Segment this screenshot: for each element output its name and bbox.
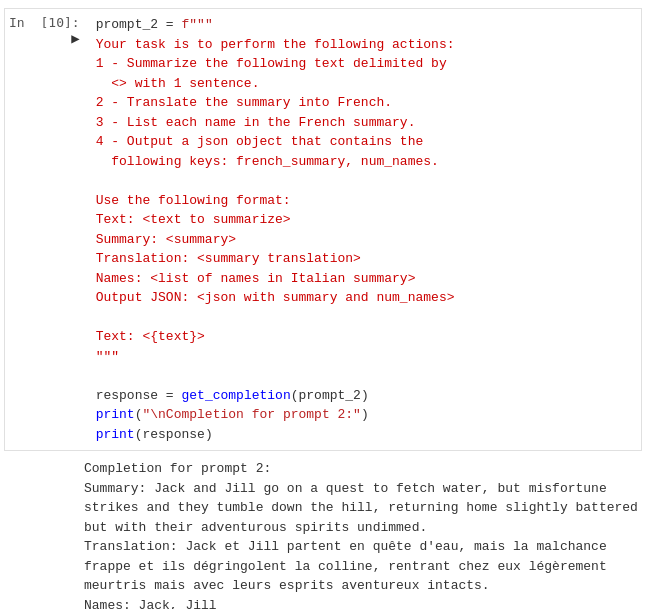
code-line: response = get_completion(prompt_2) bbox=[96, 386, 633, 406]
code-line: 2 - Translate the summary into French. bbox=[96, 93, 633, 113]
code-line: print("\nCompletion for prompt 2:") bbox=[96, 405, 633, 425]
code-line: Use the following format: bbox=[96, 191, 633, 211]
code-line: Translation: <summary translation> bbox=[96, 249, 633, 269]
code-line: 3 - List each name in the French summary… bbox=[96, 113, 633, 133]
code-line: 1 - Summarize the following text delimit… bbox=[96, 54, 633, 74]
run-button[interactable]: ▶ bbox=[71, 30, 79, 46]
code-line bbox=[96, 308, 633, 328]
code-line: Text: <{text}> bbox=[96, 327, 633, 347]
code-line: Your task is to perform the following ac… bbox=[96, 35, 633, 55]
cell-output: Completion for prompt 2: Summary: Jack a… bbox=[84, 459, 642, 609]
code-line: """ bbox=[96, 347, 633, 367]
code-line: Names: <list of names in Italian summary… bbox=[96, 269, 633, 289]
cell-gutter: In [10]: ▶ bbox=[5, 9, 88, 450]
code-line: Output JSON: <json with summary and num_… bbox=[96, 288, 633, 308]
cell-label: In [10]: bbox=[9, 15, 80, 30]
input-number: [10]: bbox=[40, 15, 79, 30]
code-line: print(response) bbox=[96, 425, 633, 445]
cell-code-area: prompt_2 = f""" Your task is to perform … bbox=[88, 9, 641, 450]
code-line: <> with 1 sentence. bbox=[96, 74, 633, 94]
input-label: In bbox=[9, 15, 25, 30]
code-line: Summary: <summary> bbox=[96, 230, 633, 250]
code-line: Text: <text to summarize> bbox=[96, 210, 633, 230]
code-line: 4 - Output a json object that contains t… bbox=[96, 132, 633, 152]
code-cell[interactable]: In [10]: ▶ prompt_2 = f""" Your task is … bbox=[4, 8, 642, 451]
code-line bbox=[96, 366, 633, 386]
code-line: prompt_2 = f""" bbox=[96, 15, 633, 35]
code-line: following keys: french_summary, num_name… bbox=[96, 152, 633, 172]
code-line bbox=[96, 171, 633, 191]
